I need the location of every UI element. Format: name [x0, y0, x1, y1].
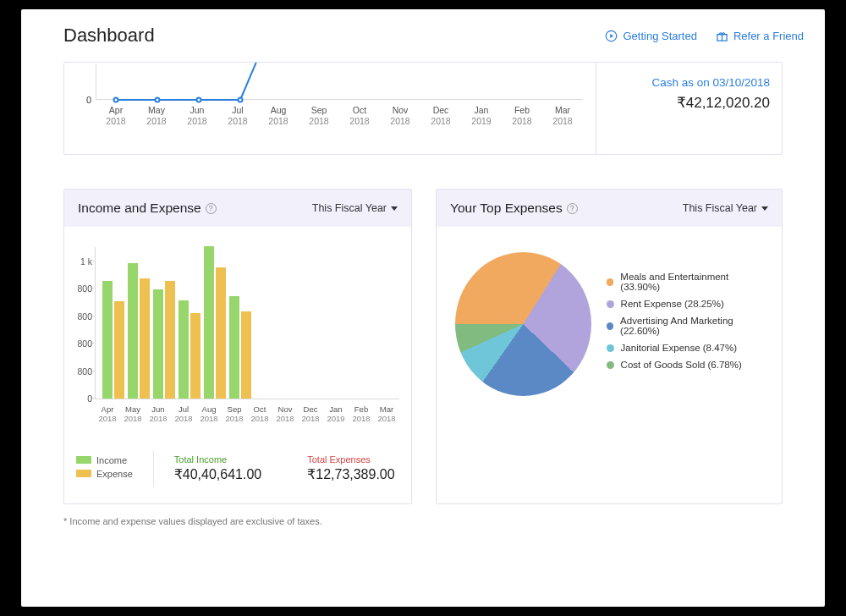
bar-legend: Income Expense [76, 455, 133, 482]
expenses-pie-legend: Meals and Entertainment (33.90%)Rent Exp… [607, 272, 766, 377]
top-expenses-card: Your Top Expenses ? This Fiscal Year Mea… [436, 189, 783, 504]
bar-group-jun [153, 281, 175, 399]
income-bar [102, 281, 113, 399]
line-month-jan: Jan2019 [461, 105, 502, 126]
bar-x-oct: Oct2018 [247, 404, 272, 424]
income-swatch [76, 456, 91, 464]
chevron-down-icon [391, 206, 398, 211]
help-icon[interactable]: ? [206, 203, 217, 214]
refer-friend-label: Refer a Friend [733, 30, 804, 42]
legend-expense-label: Expense [96, 469, 133, 479]
page-header: Dashboard Getting Started Refer a Friend [21, 9, 825, 62]
bar-group-jul [179, 300, 201, 399]
line-month-nov: Nov2018 [380, 105, 420, 126]
total-expense-value: ₹12,73,389.00 [307, 466, 394, 482]
line-month-dec: Dec2018 [420, 105, 461, 126]
income-bar [179, 300, 189, 399]
y-tick: 800 [72, 338, 92, 349]
income-bar [229, 296, 239, 399]
line-month-jul: Jul2018 [217, 105, 258, 126]
top-expenses-header: Your Top Expenses ? This Fiscal Year [437, 190, 782, 227]
getting-started-link[interactable]: Getting Started [605, 30, 696, 42]
expense-bar [114, 301, 124, 399]
income-bar [128, 263, 138, 399]
refer-friend-link[interactable]: Refer a Friend [716, 30, 804, 42]
legend-dot [607, 344, 614, 352]
income-expense-header: Income and Expense ? This Fiscal Year [64, 190, 411, 227]
income-expense-period-dropdown[interactable]: This Fiscal Year [312, 202, 398, 214]
total-expense-label: Total Expenses [307, 454, 394, 465]
bar-x-mar: Mar2018 [374, 404, 399, 424]
line-month-apr: Apr2018 [96, 105, 136, 126]
legend-label: Rent Expense (28.25%) [621, 299, 724, 309]
legend-label: Advertising And Marketing (22.60%) [620, 316, 766, 336]
total-income-block: Total Income ₹40,40,641.00 [174, 454, 261, 482]
legend-label: Meals and Entertainment (33.90%) [620, 272, 766, 292]
cash-flow-line-chart: 0 Apr2018May2018Jun2018Jul2018Aug2018Sep… [64, 63, 596, 154]
y-tick: 800 [72, 366, 92, 377]
bar-plot: 08008008008001 k [95, 247, 399, 399]
line-point-jul [238, 97, 244, 103]
bar-x-nov: Nov2018 [272, 404, 298, 424]
top-expenses-body: Meals and Entertainment (33.90%)Rent Exp… [437, 227, 782, 438]
bar-group-may [128, 263, 150, 399]
bar-group-apr [102, 281, 124, 399]
income-bar [204, 246, 214, 399]
tax-footnote: * Income and expense values displayed ar… [21, 504, 825, 526]
pie-legend-item: Cost of Goods Sold (6.78%) [607, 360, 766, 370]
legend-expense: Expense [76, 469, 133, 479]
cash-flow-card: 0 Apr2018May2018Jun2018Jul2018Aug2018Sep… [63, 62, 783, 155]
pie-legend-item: Advertising And Marketing (22.60%) [607, 316, 766, 336]
line-point-may [155, 97, 161, 103]
expense-bar [165, 281, 175, 399]
income-expense-title: Income and Expense ? [78, 201, 217, 216]
help-icon[interactable]: ? [567, 203, 578, 214]
total-income-value: ₹40,40,641.00 [174, 466, 261, 482]
top-expenses-period-label: This Fiscal Year [683, 202, 757, 214]
app-frame: Dashboard Getting Started Refer a Friend… [21, 9, 825, 607]
line-month-jun: Jun2018 [177, 105, 217, 126]
top-expenses-period-dropdown[interactable]: This Fiscal Year [683, 202, 768, 214]
total-expense-block: Total Expenses ₹12,73,389.00 [307, 454, 394, 482]
income-expense-card: Income and Expense ? This Fiscal Year 08… [63, 189, 412, 504]
expense-swatch [76, 470, 91, 477]
expense-bar [190, 313, 201, 399]
total-income-label: Total Income [174, 454, 261, 465]
bar-group-sep [229, 296, 251, 399]
page-title: Dashboard [63, 25, 155, 47]
bar-x-sep: Sep2018 [222, 404, 247, 424]
y-tick: 0 [72, 393, 92, 404]
bar-x-jan: Jan2019 [323, 404, 349, 424]
line-point-apr [113, 97, 119, 103]
getting-started-label: Getting Started [623, 30, 696, 42]
line-month-aug: Aug2018 [258, 105, 299, 126]
bar-x-aug: Aug2018 [196, 404, 222, 424]
line-chart-axis: 0 [96, 64, 583, 100]
line-month-sep: Sep2018 [299, 105, 339, 126]
bar-x-may: May2018 [120, 404, 146, 424]
line-segment-flat [116, 99, 240, 101]
play-circle-icon [605, 30, 618, 42]
cash-amount: ₹42,12,020.20 [608, 94, 770, 112]
income-expense-footer: Income Expense Total Income ₹40,40,641.0… [64, 437, 411, 503]
legend-income: Income [76, 455, 133, 465]
header-actions: Getting Started Refer a Friend [605, 30, 804, 42]
legend-dot [607, 300, 614, 308]
gift-icon [716, 30, 728, 42]
pie-legend-item: Janitorial Expense (8.47%) [607, 343, 766, 353]
y-tick-0: 0 [86, 95, 91, 105]
cash-summary-panel: Cash as on 03/10/2018 ₹42,12,020.20 [596, 63, 782, 154]
income-bar [153, 289, 163, 399]
line-month-may: May2018 [136, 105, 177, 126]
bar-x-apr: Apr2018 [95, 404, 120, 424]
legend-dot [607, 278, 614, 286]
legend-dot [607, 361, 614, 369]
income-expense-bar-chart: 08008008008001 k Apr2018May2018Jun2018Ju… [64, 227, 411, 437]
expense-bar [216, 267, 226, 399]
dashboard-cards-row: Income and Expense ? This Fiscal Year 08… [21, 189, 825, 504]
cash-date-label: Cash as on 03/10/2018 [608, 76, 770, 89]
bar-x-jul: Jul2018 [171, 404, 196, 424]
bar-x-dec: Dec2018 [298, 404, 323, 424]
y-tick: 800 [72, 283, 92, 294]
pie-legend-item: Rent Expense (28.25%) [607, 299, 766, 309]
